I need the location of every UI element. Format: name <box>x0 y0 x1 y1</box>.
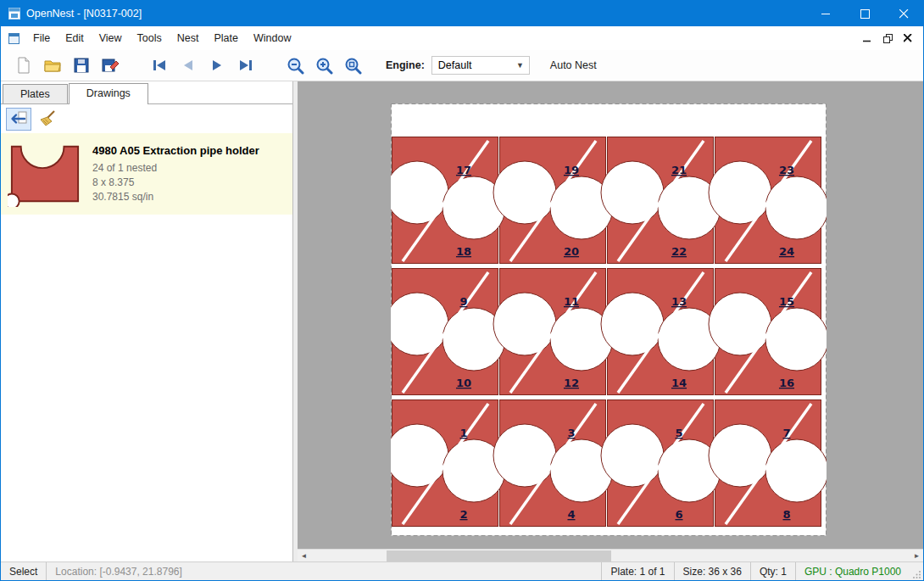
part-number-label[interactable]: 13 <box>671 295 687 308</box>
go-last-icon <box>237 56 255 75</box>
scrollbar-thumb[interactable] <box>387 550 611 561</box>
part-number-label[interactable]: 4 <box>567 508 575 521</box>
auto-nest-button[interactable]: Auto Nest <box>545 56 602 75</box>
status-gpu: GPU : Quadro P1000 <box>796 562 910 580</box>
part-circle-cutout <box>601 293 664 355</box>
part-circle-cutout <box>765 176 827 239</box>
menu-file[interactable]: File <box>25 28 58 48</box>
status-size: Size: 36 x 36 <box>675 562 750 580</box>
sidebar: Plates Drawings 4980 A05 Extraction pipe… <box>1 81 293 561</box>
zoom-in-button[interactable] <box>311 53 337 78</box>
go-last-button[interactable] <box>233 53 259 78</box>
part-number-label[interactable]: 23 <box>779 164 794 176</box>
part-number-label[interactable]: 17 <box>456 164 471 176</box>
chevron-down-icon: ▼ <box>516 61 529 70</box>
status-mode: Select <box>1 562 46 580</box>
tab-plates[interactable]: Plates <box>3 84 68 103</box>
go-next-icon <box>208 56 226 75</box>
part-number-label[interactable]: 1 <box>459 427 467 439</box>
app-window: OpenNest - [N0317-002] File Edit View To… <box>0 0 924 581</box>
minimize-button[interactable] <box>806 1 845 26</box>
new-button[interactable] <box>11 53 36 78</box>
engine-label: Engine: <box>386 59 425 71</box>
part-number-label[interactable]: 14 <box>671 377 687 389</box>
part-circle-cutout <box>601 161 664 224</box>
scroll-left-icon[interactable]: ◄ <box>298 550 310 561</box>
part-circle-cutout <box>765 308 827 371</box>
drawing-nested-count: 24 of 1 nested <box>92 162 259 174</box>
zoom-in-icon <box>314 56 333 75</box>
sidebar-toolbar <box>1 104 292 133</box>
close-icon <box>899 9 909 19</box>
part-number-label[interactable]: 10 <box>456 377 471 389</box>
save-button[interactable] <box>69 53 94 78</box>
drawing-list-empty-area <box>1 215 292 561</box>
plate-svg[interactable]: 171819202122232491011121314151612345678 <box>391 103 827 536</box>
part-number-label[interactable]: 8 <box>782 508 790 521</box>
save-icon <box>72 56 91 75</box>
menu-tools[interactable]: Tools <box>130 28 170 48</box>
mdi-close-button[interactable] <box>898 29 918 47</box>
close-button[interactable] <box>884 1 923 26</box>
part-circle-cutout <box>391 161 448 224</box>
horizontal-scrollbar[interactable]: ◄ ► <box>298 549 923 561</box>
part-number-label[interactable]: 22 <box>671 245 687 258</box>
window-title: OpenNest - [N0317-002] <box>26 8 806 20</box>
part-number-label[interactable]: 5 <box>675 427 682 439</box>
save-as-button[interactable] <box>97 53 123 78</box>
titlebar: OpenNest - [N0317-002] <box>1 1 923 26</box>
clean-broom-icon <box>37 109 58 128</box>
toolbar: Engine: Default ▼ Auto Nest <box>1 50 923 81</box>
new-document-icon <box>14 56 33 75</box>
part-number-label[interactable]: 21 <box>671 164 687 176</box>
move-back-icon <box>8 109 29 128</box>
drawing-list-item[interactable]: 4980 A05 Extraction pipe holder 24 of 1 … <box>1 133 292 215</box>
part-number-label[interactable]: 15 <box>779 295 794 308</box>
part-number-label[interactable]: 16 <box>779 377 794 389</box>
scroll-right-icon[interactable]: ► <box>910 550 923 561</box>
part-number-label[interactable]: 2 <box>459 508 467 521</box>
open-button[interactable] <box>40 53 65 78</box>
part-number-label[interactable]: 11 <box>564 295 579 308</box>
go-first-button[interactable] <box>147 53 172 78</box>
menu-nest[interactable]: Nest <box>170 28 207 48</box>
maximize-button[interactable] <box>845 1 884 26</box>
move-back-button[interactable] <box>6 108 31 131</box>
part-circle-cutout <box>391 424 448 487</box>
part-number-label[interactable]: 19 <box>564 164 579 176</box>
tab-drawings[interactable]: Drawings <box>69 83 148 104</box>
status-plate: Plate: 1 of 1 <box>602 562 673 580</box>
part-number-label[interactable]: 18 <box>456 245 471 258</box>
part-number-label[interactable]: 6 <box>675 508 682 521</box>
menu-plate[interactable]: Plate <box>206 28 246 48</box>
part-number-label[interactable]: 9 <box>459 295 467 308</box>
mdi-minimize-button[interactable] <box>857 29 877 47</box>
go-next-button[interactable] <box>204 53 230 78</box>
zoom-fit-button[interactable] <box>340 53 365 78</box>
menu-window[interactable]: Window <box>246 28 298 48</box>
drawing-title: 4980 A05 Extraction pipe holder <box>92 144 259 157</box>
part-circle-cutout <box>493 293 556 355</box>
part-number-label[interactable]: 7 <box>782 427 790 439</box>
go-previous-button[interactable] <box>175 53 201 78</box>
part-number-label[interactable]: 12 <box>564 377 579 389</box>
drawing-area: 30.7815 sq/in <box>92 191 259 203</box>
open-folder-icon <box>43 56 62 75</box>
part-circle-cutout <box>709 161 771 224</box>
menu-edit[interactable]: Edit <box>58 28 92 48</box>
sidebar-tabs: Plates Drawings <box>1 81 292 104</box>
part-number-label[interactable]: 24 <box>779 245 794 258</box>
part-circle-cutout <box>709 424 771 487</box>
engine-select[interactable]: Default ▼ <box>431 56 530 75</box>
part-number-label[interactable]: 20 <box>564 245 579 258</box>
clean-button[interactable] <box>35 108 60 131</box>
go-first-icon <box>150 56 169 75</box>
nest-canvas[interactable]: 171819202122232491011121314151612345678 … <box>298 81 923 561</box>
mdi-restore-button[interactable] <box>877 29 898 47</box>
zoom-fit-icon <box>343 56 362 75</box>
menu-view[interactable]: View <box>92 28 130 48</box>
part-circle-cutout <box>765 439 827 502</box>
zoom-out-button[interactable] <box>282 53 308 78</box>
part-number-label[interactable]: 3 <box>567 427 575 439</box>
resize-grip[interactable] <box>910 562 923 580</box>
